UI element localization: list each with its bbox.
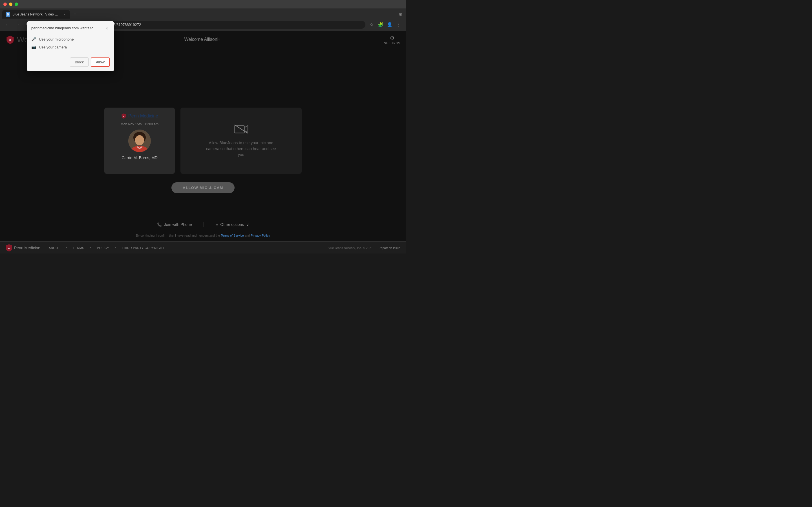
options-separator: | [203, 221, 204, 227]
forward-button[interactable]: → [13, 21, 21, 29]
and-text: and [245, 234, 251, 237]
profile-button[interactable]: 👤 [386, 21, 394, 29]
meeting-card-header: P Penn Medicine [121, 113, 158, 119]
join-phone-label: Join with Phone [164, 222, 192, 227]
footer-text: By continuing, I confirm that I have rea… [136, 234, 221, 237]
no-camera-icon [234, 124, 248, 136]
svg-text:P: P [8, 247, 10, 250]
welcome-text: Welcome AllisonH! [184, 37, 221, 42]
new-tab-button[interactable]: + [71, 10, 79, 18]
minimize-window-button[interactable] [9, 3, 12, 6]
dialog-title: pennmedicine.bluejeans.com wants to [31, 25, 104, 31]
footer-nav-terms[interactable]: TERMS [73, 246, 84, 249]
settings-button[interactable]: ⚙ SETTINGS [384, 35, 400, 45]
other-options-link[interactable]: ≡ Other options ∨ [216, 222, 249, 227]
camera-off-icon [234, 124, 248, 134]
close-window-button[interactable] [3, 3, 7, 6]
maximize-window-button[interactable] [15, 3, 18, 6]
footer-right: Blue Jeans Network, Inc. © 2021 Report a… [327, 246, 400, 249]
footer-nav-policy[interactable]: POLICY [97, 246, 109, 249]
footer-nav: ABOUT ● TERMS ● POLICY ● THIRD PARTY COP… [49, 246, 319, 249]
dialog-permission-mic: 🎤 Use your microphone [31, 35, 110, 43]
camera-preview-area: Allow BlueJeans to use your mic and came… [181, 108, 302, 174]
main-content: P Penn Medicine Mon Nov 15th | 12:00 am [0, 48, 406, 241]
allow-button[interactable]: Allow [91, 57, 110, 67]
meeting-time: Mon Nov 15th | 12:00 am [121, 122, 159, 126]
tab-favicon: B [6, 12, 10, 17]
dialog-header: pennmedicine.bluejeans.com wants to × [31, 25, 110, 31]
penn-shield-icon: P [6, 35, 15, 44]
mic-permission-text: Use your microphone [39, 37, 74, 41]
phone-icon: 📞 [157, 222, 162, 227]
terms-link[interactable]: Terms of Service [221, 234, 244, 237]
svg-text:P: P [123, 115, 124, 117]
camera-permission-text: Use your camera [39, 45, 67, 49]
tab-close-button[interactable]: × [62, 12, 66, 17]
dialog-close-button[interactable]: × [104, 25, 110, 31]
title-bar [0, 0, 406, 8]
camera-message: Allow BlueJeans to use your mic and came… [204, 140, 278, 158]
block-button[interactable]: Block [70, 57, 89, 67]
extensions-button[interactable]: 🧩 [377, 21, 385, 29]
privacy-link[interactable]: Privacy Policy [251, 234, 270, 237]
browser-footer: P Penn Medicine ABOUT ● TERMS ● POLICY ●… [0, 241, 406, 253]
microphone-icon: 🎤 [31, 37, 36, 41]
footer-penn-text: Penn Medicine [14, 245, 40, 250]
meeting-card: P Penn Medicine Mon Nov 15th | 12:00 am [104, 108, 175, 174]
dialog-divider [31, 54, 110, 54]
allow-mic-cam-button[interactable]: ALLOW MIC & CAM [171, 182, 235, 193]
toolbar-actions: ☆ 🧩 👤 ⋮ [368, 21, 403, 29]
doctor-name: Carrie M. Burns, MD [121, 156, 158, 160]
footer-penn-shield-icon: P [6, 244, 12, 252]
join-with-phone-link[interactable]: 📞 Join with Phone [157, 222, 192, 227]
tab-title: Blue Jeans Network | Video Co... [12, 12, 60, 16]
settings-label: SETTINGS [384, 42, 400, 45]
bottom-options: 📞 Join with Phone | ≡ Other options ∨ [157, 221, 249, 227]
menu-lines-icon: ≡ [216, 222, 218, 227]
svg-point-4 [135, 135, 144, 145]
doctor-avatar-image [128, 129, 151, 152]
doctor-avatar [128, 129, 151, 152]
dialog-permission-camera: 📷 Use your camera [31, 43, 110, 51]
permission-dialog: pennmedicine.bluejeans.com wants to × 🎤 … [27, 21, 114, 71]
svg-rect-5 [234, 126, 245, 133]
bookmark-button[interactable]: ☆ [368, 21, 375, 29]
camera-icon: 📷 [31, 45, 36, 49]
meeting-org-name: Penn Medicine [128, 114, 158, 119]
footer-penn-logo: P Penn Medicine [6, 244, 40, 252]
meeting-penn-shield-icon: P [121, 113, 126, 119]
content-row: P Penn Medicine Mon Nov 15th | 12:00 am [104, 108, 302, 174]
copyright-text: Blue Jeans Network, Inc. © 2021 [327, 246, 373, 249]
report-issue-link[interactable]: Report an Issue [378, 246, 400, 249]
menu-button[interactable]: ⋮ [395, 21, 403, 29]
back-button[interactable]: ← [3, 21, 11, 29]
svg-line-7 [235, 125, 248, 133]
dialog-actions: Block Allow [31, 57, 110, 67]
page-footer: By continuing, I confirm that I have rea… [136, 234, 270, 237]
svg-text:P: P [9, 39, 11, 42]
tab-bar: B Blue Jeans Network | Video Co... × + ⊕ [0, 8, 406, 18]
footer-nav-copyright[interactable]: THIRD PARTY COPYRIGHT [122, 246, 164, 249]
chevron-down-icon: ∨ [246, 222, 249, 227]
settings-icon: ⚙ [390, 35, 395, 41]
profile-icon: ⊕ [397, 11, 404, 17]
other-options-label: Other options [220, 222, 244, 227]
footer-nav-about[interactable]: ABOUT [49, 246, 60, 249]
active-tab[interactable]: B Blue Jeans Network | Video Co... × [2, 10, 70, 18]
